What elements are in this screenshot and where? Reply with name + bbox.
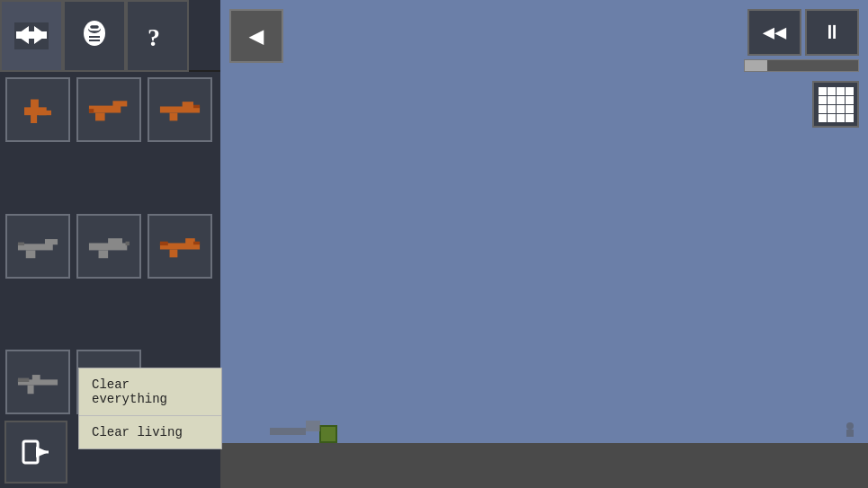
rifle2-icon [157,233,202,260]
svg-rect-24 [45,239,58,244]
svg-rect-26 [18,242,24,245]
pause-button[interactable]: ⏸ [805,9,859,56]
clear-everything-button[interactable]: Clear everything [79,368,221,416]
svg-text:?: ? [148,23,160,51]
grid-icon [819,87,854,122]
exit-button[interactable] [4,421,67,484]
svg-rect-14 [31,113,37,123]
game-area [220,0,868,488]
shotgun-icon [86,233,131,260]
clear-living-button[interactable]: Clear living [79,416,221,448]
bag-button[interactable] [63,0,126,72]
exit-icon [20,436,52,468]
grid-toggle-button[interactable] [812,81,859,128]
svg-rect-34 [160,241,168,244]
svg-rect-28 [108,238,122,244]
weapon-cell-shotgun[interactable] [76,214,141,279]
svg-rect-21 [170,113,178,121]
svg-rect-13 [39,111,51,115]
svg-rect-22 [193,105,200,109]
pistol-icon [15,96,60,123]
playback-controls-area: ◀◀ ⏸ [744,9,859,72]
svg-rect-25 [26,250,36,258]
svg-rect-16 [112,101,127,106]
sniper1-icon [15,368,60,395]
svg-rect-27 [89,243,127,250]
weapon-cell-sniper1[interactable] [5,350,70,414]
svg-rect-12 [31,100,39,110]
svg-rect-47 [846,430,854,437]
svg-rect-20 [183,102,193,107]
svg-rect-35 [193,241,200,244]
svg-rect-38 [28,386,34,395]
svg-rect-30 [126,241,130,244]
svg-rect-33 [170,249,178,257]
svg-rect-45 [306,421,320,431]
progress-bar-fill [745,60,767,71]
svg-rect-44 [270,428,306,435]
ground [220,443,868,488]
context-menu: Clear everything Clear living [78,368,222,449]
back-button[interactable]: ◀ [229,9,283,63]
bag-icon [77,19,112,53]
svg-rect-17 [95,113,105,121]
smg-icon [86,96,131,123]
svg-rect-29 [99,250,109,258]
rewind-button[interactable]: ◀◀ [747,9,801,56]
weapon-cell-rifle2[interactable] [148,214,212,279]
swap-icon [14,22,49,49]
weapon-cell-rifle1[interactable] [148,77,212,142]
mg-icon [15,233,60,260]
swap-button[interactable] [0,0,63,72]
playback-controls: ◀◀ ⏸ [747,9,859,56]
weapon-cell-pistol[interactable] [5,77,70,142]
svg-rect-39 [18,378,29,382]
svg-rect-18 [89,109,94,112]
rifle1-icon [157,96,202,123]
bottom-right-figure [841,422,859,441]
svg-rect-37 [32,375,40,380]
progress-bar [744,59,859,72]
npc-figure [270,421,324,443]
top-toolbar: ? [0,0,220,72]
help-button[interactable]: ? [126,0,189,72]
help-icon: ? [140,19,174,53]
weapon-cell-mg[interactable] [5,214,70,279]
weapon-cell-smg[interactable] [76,77,141,142]
svg-point-46 [846,422,854,430]
